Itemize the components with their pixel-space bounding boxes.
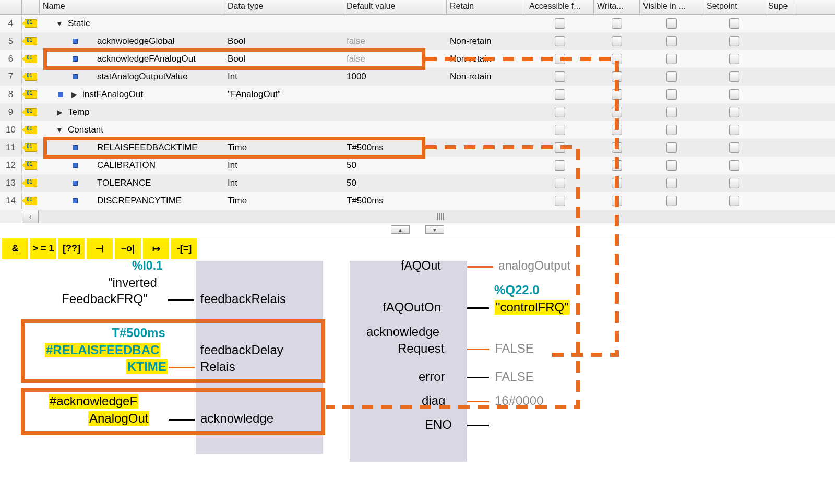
- cb-visible[interactable]: [640, 178, 703, 188]
- cb-writable[interactable]: [594, 54, 640, 64]
- cb-visible[interactable]: [640, 142, 703, 153]
- var-default[interactable]: T#500ms: [343, 196, 447, 206]
- var-default[interactable]: 1000: [343, 71, 447, 82]
- var-name[interactable]: Temp: [67, 107, 90, 117]
- cb-setpoint[interactable]: [703, 196, 765, 206]
- cb-writable[interactable]: [594, 196, 640, 206]
- var-name[interactable]: TOLERANCE: [96, 178, 151, 188]
- cb-setpoint[interactable]: [703, 36, 765, 46]
- expand-icon[interactable]: ▼: [52, 19, 67, 28]
- cb-accessible[interactable]: [526, 36, 594, 46]
- var-retain[interactable]: Non-retain: [447, 36, 526, 46]
- header-setpoint[interactable]: Setpoint: [703, 0, 765, 14]
- var-retain[interactable]: Non-retain: [447, 54, 526, 64]
- cb-accessible[interactable]: [526, 107, 594, 117]
- var-default[interactable]: 50: [343, 160, 447, 171]
- var-datatype[interactable]: Bool: [224, 36, 343, 46]
- table-row[interactable]: 5 acknwoledgeGlobal Bool false Non-retai…: [0, 32, 835, 50]
- cb-setpoint[interactable]: [703, 54, 765, 64]
- cb-accessible[interactable]: [526, 178, 594, 188]
- cb-accessible[interactable]: [526, 54, 594, 64]
- cb-writable[interactable]: [594, 125, 640, 135]
- var-default[interactable]: 50: [343, 178, 447, 188]
- tb-assign[interactable]: -[=]: [171, 238, 197, 259]
- cb-accessible[interactable]: [526, 71, 594, 82]
- header-super[interactable]: Supe: [765, 0, 796, 14]
- var-name[interactable]: Static: [67, 18, 90, 29]
- cb-accessible[interactable]: [526, 160, 594, 171]
- var-name[interactable]: Constant: [67, 125, 103, 135]
- cb-visible[interactable]: [640, 36, 703, 46]
- table-row[interactable]: 14 DISCREPANCYTIME Time T#500ms: [0, 192, 835, 210]
- header-name[interactable]: Name: [40, 0, 224, 14]
- cb-visible[interactable]: [640, 107, 703, 117]
- expand-icon[interactable]: ▼: [52, 126, 67, 134]
- header-retain[interactable]: Retain: [447, 0, 526, 14]
- cb-setpoint[interactable]: [703, 160, 765, 171]
- cb-visible[interactable]: [640, 71, 703, 82]
- cb-setpoint[interactable]: [703, 178, 765, 188]
- cb-accessible[interactable]: [526, 125, 594, 135]
- table-row[interactable]: 13 TOLERANCE Int 50: [0, 174, 835, 192]
- cb-visible[interactable]: [640, 196, 703, 206]
- table-row[interactable]: 12 CALIBRATION Int 50: [0, 157, 835, 174]
- cb-visible[interactable]: [640, 89, 703, 100]
- expand-icon[interactable]: ▶: [67, 90, 81, 99]
- var-name[interactable]: CALIBRATION: [96, 160, 156, 171]
- header-default[interactable]: Default value: [343, 0, 447, 14]
- cb-writable[interactable]: [594, 89, 640, 100]
- scroll-track[interactable]: [39, 210, 835, 223]
- tb-and[interactable]: &: [2, 238, 28, 259]
- cb-visible[interactable]: [640, 160, 703, 171]
- tb-negout[interactable]: –o|: [115, 238, 141, 259]
- table-row[interactable]: 7 statAnalogOutputValue Int 1000 Non-ret…: [0, 68, 835, 86]
- cb-writable[interactable]: [594, 71, 640, 82]
- var-default[interactable]: false: [343, 36, 447, 46]
- tb-jump[interactable]: ↦: [143, 238, 169, 259]
- var-name[interactable]: statAnalogOutputValue: [96, 71, 188, 82]
- header-datatype[interactable]: Data type: [224, 0, 343, 14]
- var-datatype[interactable]: Time: [224, 196, 343, 206]
- cb-visible[interactable]: [640, 54, 703, 64]
- var-name[interactable]: instFAnalogOut: [81, 89, 143, 100]
- cb-writable[interactable]: [594, 160, 640, 171]
- splitter-up-icon[interactable]: ▲: [391, 225, 410, 234]
- cb-writable[interactable]: [594, 107, 640, 117]
- scroll-left-button[interactable]: ‹: [22, 210, 39, 223]
- header-writable[interactable]: Writa...: [594, 0, 640, 14]
- cb-setpoint[interactable]: [703, 71, 765, 82]
- expand-icon[interactable]: ▶: [52, 108, 67, 116]
- var-datatype[interactable]: "FAnalogOut": [224, 89, 343, 100]
- table-row[interactable]: 8 ▶ instFAnalogOut "FAnalogOut": [0, 86, 835, 103]
- cb-accessible[interactable]: [526, 18, 594, 29]
- var-datatype[interactable]: Int: [224, 71, 343, 82]
- var-name[interactable]: DISCREPANCYTIME: [96, 196, 182, 206]
- table-row[interactable]: 10 ▼ Constant: [0, 121, 835, 139]
- cb-writable[interactable]: [594, 36, 640, 46]
- splitter[interactable]: ▲ ▼: [0, 223, 835, 236]
- cb-visible[interactable]: [640, 18, 703, 29]
- cb-setpoint[interactable]: [703, 125, 765, 135]
- cb-writable[interactable]: [594, 18, 640, 29]
- splitter-down-icon[interactable]: ▼: [425, 225, 444, 234]
- cb-accessible[interactable]: [526, 196, 594, 206]
- tb-or[interactable]: > = 1: [30, 238, 56, 259]
- cb-setpoint[interactable]: [703, 18, 765, 29]
- cb-setpoint[interactable]: [703, 142, 765, 153]
- table-row[interactable]: 4 ▼ Static: [0, 15, 835, 32]
- horizontal-scrollbar[interactable]: ‹: [0, 210, 835, 223]
- cb-accessible[interactable]: [526, 142, 594, 153]
- header-visible[interactable]: Visible in ...: [640, 0, 703, 14]
- cb-setpoint[interactable]: [703, 107, 765, 117]
- cb-visible[interactable]: [640, 125, 703, 135]
- header-accessible[interactable]: Accessible f...: [526, 0, 594, 14]
- var-datatype[interactable]: Int: [224, 178, 343, 188]
- var-name[interactable]: acknwoledgeGlobal: [96, 36, 174, 46]
- cb-writable[interactable]: [594, 178, 640, 188]
- cb-writable[interactable]: [594, 142, 640, 153]
- var-retain[interactable]: Non-retain: [447, 71, 526, 82]
- tb-box[interactable]: [??]: [58, 238, 85, 259]
- cb-setpoint[interactable]: [703, 89, 765, 100]
- table-row[interactable]: 9 ▶ Temp: [0, 103, 835, 121]
- tb-neg[interactable]: ⊣: [87, 238, 113, 259]
